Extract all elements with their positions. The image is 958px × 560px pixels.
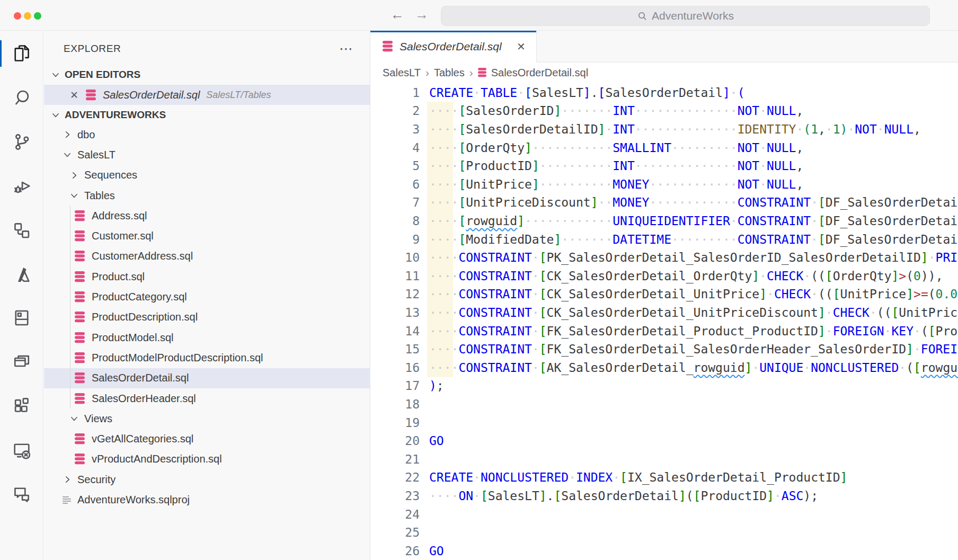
code-token: 0.00 (936, 287, 958, 301)
code-line[interactable]: ····CONSTRAINT·[AK_SalesOrderDetail_rowg… (429, 359, 958, 377)
code-line[interactable]: CREATE·TABLE·[SalesLT].[SalesOrderDetail… (429, 84, 958, 102)
tree-item-label: ProductCategory.sql (92, 291, 187, 303)
minimize-window-button[interactable] (24, 12, 31, 20)
tab-salesorderdetail[interactable]: SalesOrderDetail.sql ✕ (370, 31, 537, 63)
code-token: ] (598, 122, 606, 136)
tree-item-vgetallcategories-sql[interactable]: vGetAllCategories.sql (44, 429, 401, 449)
code-token: ·············· (635, 122, 738, 136)
tree-item-customer-sql[interactable]: Customer.sql (44, 226, 401, 246)
activity-item-files[interactable] (0, 42, 43, 65)
tree-item-dbo[interactable]: dbo (44, 125, 388, 145)
tree-item-productdescription-sql[interactable]: ProductDescription.sql (44, 307, 401, 327)
breadcrumb-item[interactable]: Tables (434, 67, 465, 79)
code-line[interactable]: ····[ModifiedDate]·······DATETIME·······… (429, 230, 958, 249)
tree-item-address-sql[interactable]: Address.sql (44, 206, 401, 226)
activity-item-database-projects[interactable] (0, 306, 43, 330)
line-number: 22 (370, 468, 420, 487)
code-token: ] (525, 141, 532, 155)
tree-item-adventureworks-sqlproj[interactable]: AdventureWorks.sqlproj (44, 490, 387, 510)
tree-item-tables[interactable]: Tables (44, 185, 395, 206)
code-line[interactable]: ····[OrderQty]···········SMALLINT·······… (429, 139, 958, 157)
tab-close-button[interactable]: ✕ (517, 31, 526, 63)
code-line[interactable] (429, 523, 958, 542)
navigate-forward-button[interactable]: → (414, 6, 430, 23)
tree-item-salesorderheader-sql[interactable]: SalesOrderHeader.sql (44, 388, 401, 408)
code-line[interactable]: ); (429, 377, 958, 395)
tree-item-productmodel-sql[interactable]: ProductModel.sql (44, 327, 401, 348)
code-token: SalesLT (532, 86, 583, 100)
command-center-search[interactable]: AdventureWorks (441, 6, 930, 26)
activity-item-remote-explorer[interactable] (0, 439, 43, 462)
code-line[interactable]: ····[ProductID]··········INT············… (429, 157, 958, 175)
code-line[interactable] (429, 414, 958, 432)
activity-item-run-debug[interactable] (0, 174, 43, 198)
open-editors-section-header[interactable]: OPEN EDITORS (44, 65, 370, 85)
code-token: · (613, 470, 620, 484)
navigate-back-button[interactable]: ← (389, 6, 405, 23)
chevron-right-icon (63, 130, 72, 139)
code-surface[interactable]: CREATE·TABLE·[SalesLT].[SalesOrderDetail… (429, 84, 958, 560)
code-line[interactable] (429, 450, 958, 469)
code-line[interactable]: ····CONSTRAINT·[CK_SalesOrderDetail_Orde… (429, 267, 958, 286)
code-token: ···· (429, 214, 458, 228)
breadcrumb-item[interactable]: SalesOrderDetail.sql (491, 67, 588, 79)
activity-item-source-control[interactable] (0, 130, 43, 154)
code-token: · (826, 324, 833, 338)
code-token: CONSTRAINT (458, 287, 531, 301)
code-token: CK_SalesOrderDetail_UnitPriceDiscount (547, 306, 818, 319)
code-line[interactable]: ····CONSTRAINT·[CK_SalesOrderDetail_Unit… (429, 304, 958, 322)
activity-item-connections[interactable] (0, 219, 43, 242)
code-line[interactable]: ····CONSTRAINT·[PK_SalesOrderDetail_Sale… (429, 248, 958, 267)
code-line[interactable] (429, 395, 958, 414)
activity-item-azure[interactable] (0, 263, 43, 286)
code-line[interactable]: GO (429, 542, 958, 560)
code-line[interactable]: ····[UnitPrice]··········MONEY··········… (429, 175, 958, 194)
code-token: CREATE (429, 86, 473, 100)
extensions-icon (11, 395, 33, 417)
open-editor-item[interactable]: ✕ SalesOrderDetail.sql SalesLT/Tables (44, 85, 370, 105)
tree-item-views[interactable]: Views (44, 408, 395, 429)
code-line[interactable]: GO (429, 432, 958, 450)
zoom-window-button[interactable] (34, 12, 41, 20)
code-line[interactable]: ····[rowguid]············UNIQUEIDENTIFIE… (429, 212, 958, 230)
code-token: [ (525, 86, 532, 100)
code-line[interactable]: ····CONSTRAINT·[CK_SalesOrderDetail_Unit… (429, 285, 958, 304)
breadcrumb-item[interactable]: SalesLT (383, 67, 421, 79)
tree-item-product-sql[interactable]: Product.sql (44, 266, 401, 287)
code-line[interactable]: ····CONSTRAINT·[FK_SalesOrderDetail_Prod… (429, 322, 958, 341)
code-token: CHECK (833, 306, 870, 319)
activity-item-windows[interactable] (0, 350, 43, 374)
code-token: ············ (525, 214, 613, 228)
code-line[interactable]: ····[SalesOrderID]·······INT············… (429, 102, 958, 120)
code-line[interactable]: CREATE·NONCLUSTERED·INDEX·[IX_SalesOrder… (429, 468, 958, 487)
tree-item-security[interactable]: Security (44, 469, 388, 490)
tree-item-sequences[interactable]: Sequences (44, 165, 395, 185)
code-token: CONSTRAINT (738, 214, 811, 228)
code-line[interactable]: ····[SalesOrderDetailID]·INT············… (429, 120, 958, 139)
code-line[interactable] (429, 505, 958, 524)
code-token: ] (539, 489, 547, 503)
tree-item-salesorderdetail-sql[interactable]: SalesOrderDetail.sql (44, 368, 401, 388)
tree-item-productmodelproductdescription-sql[interactable]: ProductModelProductDescription.sql (44, 348, 401, 368)
code-token: [ (458, 195, 466, 209)
close-editor-icon[interactable]: ✕ (70, 89, 78, 101)
chevron-down-icon (51, 70, 60, 79)
activity-item-extensions[interactable] (0, 394, 43, 417)
editor-area: SalesOrderDetail.sql ✕ SalesLT›Tables›Sa… (370, 31, 958, 560)
tree-item-productcategory-sql[interactable]: ProductCategory.sql (44, 287, 401, 307)
code-token: [ (818, 214, 826, 228)
views-and-more-actions-button[interactable]: ⋯ (339, 38, 354, 59)
code-line[interactable]: ····CONSTRAINT·[FK_SalesOrderDetail_Sale… (429, 340, 958, 359)
tree-item-vproductanddescription-sql[interactable]: vProductAndDescription.sql (44, 449, 401, 469)
tree-item-saleslt[interactable]: SalesLT (44, 145, 388, 165)
code-line[interactable]: ····ON·[SalesLT].[SalesOrderDetail]([Pro… (429, 487, 958, 505)
code-line[interactable]: ····[UnitPriceDiscount]··MONEY··········… (429, 193, 958, 212)
line-number: 17 (370, 377, 420, 395)
project-section-header[interactable]: ADVENTUREWORKS (44, 105, 370, 125)
tree-item-customeraddress-sql[interactable]: CustomerAddress.sql (44, 246, 401, 266)
code-token: )), (921, 269, 943, 283)
activity-item-search[interactable] (0, 86, 43, 110)
close-window-button[interactable] (14, 12, 21, 20)
activity-item-comments[interactable] (0, 483, 43, 506)
code-token: · (569, 470, 576, 484)
